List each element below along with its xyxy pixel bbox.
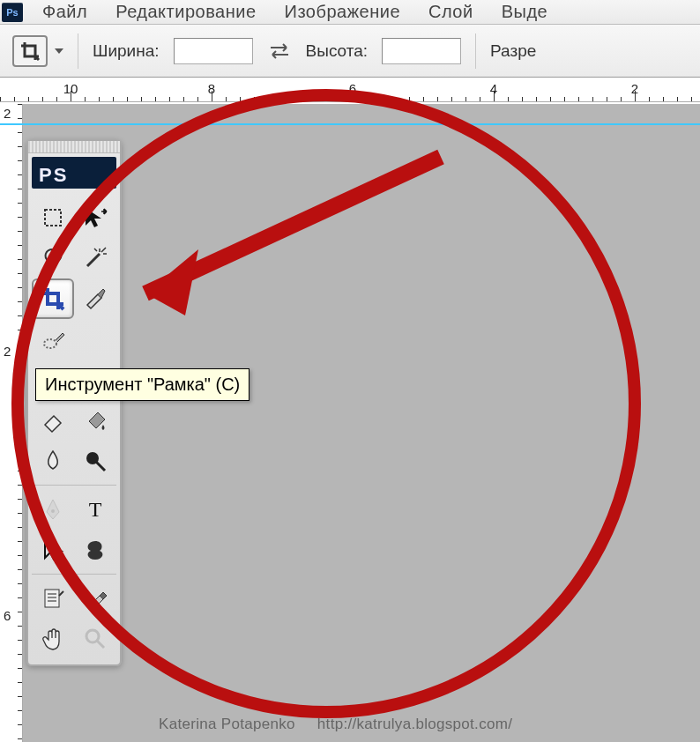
custom-shape-icon [82,537,108,563]
move-tool[interactable] [74,197,116,238]
healing-brush-icon [41,326,68,352]
height-label: Высота: [306,41,369,61]
height-input[interactable] [382,38,461,64]
menu-edit[interactable]: Редактирование [101,0,270,24]
notes-icon [40,585,66,612]
eyedropper-icon [82,585,108,612]
svg-text:T: T [89,498,102,521]
paint-bucket-tool[interactable] [74,400,116,441]
hand-icon [40,626,66,652]
dodge-icon [82,448,108,474]
eyedropper-tool[interactable] [74,578,116,619]
notes-tool[interactable] [32,578,74,619]
canvas-area[interactable]: 226 PS T Инструмент "Рамка" (C) Katerina… [0,102,700,742]
hand-tool[interactable] [32,619,74,659]
chevron-down-icon[interactable] [55,48,63,54]
panel-title: PS [32,157,116,189]
tool-separator [32,574,116,575]
resolution-label: Разре [490,41,536,61]
width-label: Ширина: [93,41,160,61]
magic-wand-tool[interactable] [74,238,116,278]
options-bar: Ширина: Высота: Разре [0,25,700,78]
move-icon [82,204,108,231]
type-icon: T [82,496,108,523]
svg-rect-0 [45,210,61,226]
menu-select[interactable]: Выде [488,0,562,24]
dodge-tool[interactable] [74,441,116,481]
credit-author: Katerina Potapenko [159,716,295,732]
tooltip-text: Инструмент "Рамка" (C) [45,375,240,394]
eraser-icon [40,407,66,434]
menu-file[interactable]: Файл [28,0,101,24]
credit-line: Katerina Potapenko http://katrulya.blogs… [159,716,512,733]
zoom-tool[interactable] [74,619,116,659]
tooltip: Инструмент "Рамка" (C) [35,368,249,401]
blur-tool[interactable] [32,441,74,481]
app-logo: Ps [2,3,23,22]
pen-icon [40,496,66,523]
svg-point-5 [51,509,55,513]
slice-icon [82,286,108,312]
path-selection-icon [40,537,66,563]
svg-point-1 [44,339,56,348]
crop-tool[interactable] [32,278,74,319]
ruler-horizontal: 108642 [0,78,700,102]
svg-rect-7 [45,590,59,607]
guide-line[interactable] [0,123,700,125]
path-selection-tool[interactable] [32,530,74,570]
zoom-icon [82,626,108,652]
paint-bucket-icon [82,407,108,434]
lasso-tool[interactable] [32,238,74,278]
crop-icon [40,286,66,312]
panel-grip[interactable] [28,141,120,153]
svg-point-8 [86,630,99,642]
width-input[interactable] [174,38,253,64]
eraser-tool[interactable] [32,400,74,441]
type-tool[interactable]: T [74,489,116,530]
menu-layer[interactable]: Слой [414,0,488,24]
rectangular-marquee-icon [41,205,65,230]
ruler-vertical: 226 [0,104,23,742]
slice-tool[interactable] [74,278,116,319]
pen-tool[interactable] [32,489,74,530]
tool-separator [32,485,116,486]
custom-shape-tool[interactable] [74,530,116,570]
rectangular-marquee-tool[interactable] [32,197,74,238]
lasso-icon [40,245,66,271]
swap-dimensions-button[interactable] [267,41,292,62]
magic-wand-icon [82,245,108,271]
current-tool-swatch[interactable] [12,35,48,67]
healing-brush-tool[interactable] [32,319,116,360]
crop-icon [19,40,41,63]
credit-url: http://katrulya.blogspot.com/ [317,716,512,732]
menubar: Ps Файл Редактирование Изображение Слой … [0,0,700,25]
blur-icon [40,448,66,474]
menu-image[interactable]: Изображение [271,0,415,24]
tools-panel: PS T [26,139,122,666]
